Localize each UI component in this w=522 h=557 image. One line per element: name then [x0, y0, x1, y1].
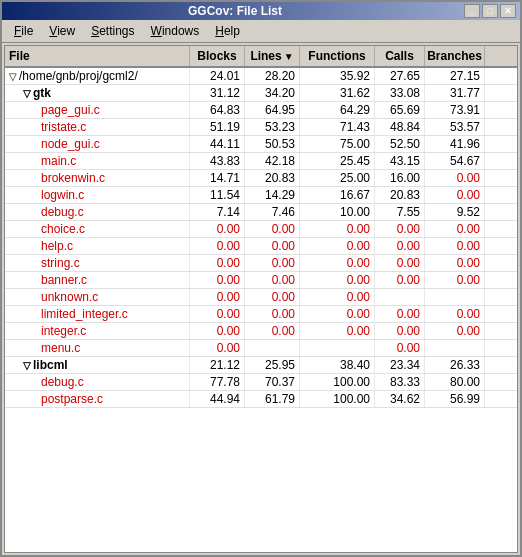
cell-lines: 53.23 — [245, 119, 300, 135]
table-row[interactable]: logwin.c11.5414.2916.6720.830.00 — [5, 187, 517, 204]
cell-functions: 0.00 — [300, 306, 375, 322]
cell-lines: 14.29 — [245, 187, 300, 203]
table-row[interactable]: main.c43.8342.1825.4543.1554.67 — [5, 153, 517, 170]
menu-file[interactable]: File — [6, 22, 41, 40]
cell-file: brokenwin.c — [5, 170, 190, 186]
cell-lines: 50.53 — [245, 136, 300, 152]
col-header-lines[interactable]: Lines ▼ — [245, 46, 300, 66]
cell-blocks: 0.00 — [190, 272, 245, 288]
window-controls: _ □ ✕ — [464, 4, 516, 18]
cell-branches: 27.15 — [425, 68, 485, 84]
title-bar: GGCov: File List _ □ ✕ — [2, 2, 520, 20]
cell-functions: 71.43 — [300, 119, 375, 135]
table-row[interactable]: unknown.c0.000.000.00 — [5, 289, 517, 306]
maximize-button[interactable]: □ — [482, 4, 498, 18]
table-body[interactable]: ▽/home/gnb/proj/gcml2/24.0128.2035.9227.… — [5, 68, 517, 552]
cell-blocks: 21.12 — [190, 357, 245, 373]
cell-functions: 0.00 — [300, 255, 375, 271]
window-title: GGCov: File List — [6, 4, 464, 18]
menu-settings[interactable]: Settings — [83, 22, 142, 40]
cell-branches: 53.57 — [425, 119, 485, 135]
table-row[interactable]: debug.c77.7870.37100.0083.3380.00 — [5, 374, 517, 391]
col-header-file[interactable]: File — [5, 46, 190, 66]
cell-blocks: 0.00 — [190, 221, 245, 237]
cell-blocks: 31.12 — [190, 85, 245, 101]
cell-calls — [375, 289, 425, 305]
cell-file: tristate.c — [5, 119, 190, 135]
cell-calls: 0.00 — [375, 255, 425, 271]
col-header-branches[interactable]: Branches — [425, 46, 485, 66]
cell-file: main.c — [5, 153, 190, 169]
table-row[interactable]: tristate.c51.1953.2371.4348.8453.57 — [5, 119, 517, 136]
cell-branches: 41.96 — [425, 136, 485, 152]
cell-lines: 70.37 — [245, 374, 300, 390]
cell-functions: 16.67 — [300, 187, 375, 203]
cell-functions: 25.45 — [300, 153, 375, 169]
cell-calls: 65.69 — [375, 102, 425, 118]
table-row[interactable]: brokenwin.c14.7120.8325.0016.000.00 — [5, 170, 517, 187]
col-header-blocks[interactable]: Blocks — [190, 46, 245, 66]
table-row[interactable]: ▽gtk31.1234.2031.6233.0831.77 — [5, 85, 517, 102]
cell-lines: 20.83 — [245, 170, 300, 186]
col-header-calls[interactable]: Calls — [375, 46, 425, 66]
cell-lines: 0.00 — [245, 238, 300, 254]
table-row[interactable]: string.c0.000.000.000.000.00 — [5, 255, 517, 272]
cell-branches: 31.77 — [425, 85, 485, 101]
cell-calls: 33.08 — [375, 85, 425, 101]
menu-view[interactable]: View — [41, 22, 83, 40]
menu-help[interactable]: Help — [207, 22, 248, 40]
cell-lines: 0.00 — [245, 221, 300, 237]
table-row[interactable]: integer.c0.000.000.000.000.00 — [5, 323, 517, 340]
close-button[interactable]: ✕ — [500, 4, 516, 18]
cell-file: menu.c — [5, 340, 190, 356]
cell-blocks: 64.83 — [190, 102, 245, 118]
cell-calls: 20.83 — [375, 187, 425, 203]
table-row[interactable]: debug.c7.147.4610.007.559.52 — [5, 204, 517, 221]
table-row[interactable]: banner.c0.000.000.000.000.00 — [5, 272, 517, 289]
cell-branches: 0.00 — [425, 255, 485, 271]
cell-branches: 26.33 — [425, 357, 485, 373]
cell-calls: 83.33 — [375, 374, 425, 390]
table-row[interactable]: limited_integer.c0.000.000.000.000.00 — [5, 306, 517, 323]
cell-branches: 73.91 — [425, 102, 485, 118]
table-row[interactable]: menu.c0.000.00 — [5, 340, 517, 357]
col-header-functions[interactable]: Functions — [300, 46, 375, 66]
cell-blocks: 24.01 — [190, 68, 245, 84]
cell-branches: 0.00 — [425, 272, 485, 288]
table-row[interactable]: ▽/home/gnb/proj/gcml2/24.0128.2035.9227.… — [5, 68, 517, 85]
cell-calls: 0.00 — [375, 272, 425, 288]
cell-file: integer.c — [5, 323, 190, 339]
cell-calls: 0.00 — [375, 323, 425, 339]
cell-branches: 54.67 — [425, 153, 485, 169]
cell-lines: 42.18 — [245, 153, 300, 169]
cell-calls: 7.55 — [375, 204, 425, 220]
cell-file: help.c — [5, 238, 190, 254]
cell-calls: 52.50 — [375, 136, 425, 152]
cell-lines: 0.00 — [245, 306, 300, 322]
cell-branches: 80.00 — [425, 374, 485, 390]
cell-file: debug.c — [5, 204, 190, 220]
table-row[interactable]: postparse.c44.9461.79100.0034.6256.99 — [5, 391, 517, 408]
menubar: File View Settings Windows Help — [2, 20, 520, 43]
minimize-button[interactable]: _ — [464, 4, 480, 18]
table-row[interactable]: node_gui.c44.1150.5375.0052.5041.96 — [5, 136, 517, 153]
cell-calls: 0.00 — [375, 340, 425, 356]
cell-blocks: 0.00 — [190, 323, 245, 339]
menu-windows[interactable]: Windows — [143, 22, 208, 40]
cell-functions: 0.00 — [300, 289, 375, 305]
table-row[interactable]: ▽libcml21.1225.9538.4023.3426.33 — [5, 357, 517, 374]
cell-functions: 35.92 — [300, 68, 375, 84]
expand-icon[interactable]: ▽ — [23, 88, 31, 99]
cell-lines: 0.00 — [245, 289, 300, 305]
expand-icon[interactable]: ▽ — [23, 360, 31, 371]
table-row[interactable]: help.c0.000.000.000.000.00 — [5, 238, 517, 255]
cell-file: page_gui.c — [5, 102, 190, 118]
cell-branches: 0.00 — [425, 221, 485, 237]
cell-branches — [425, 340, 485, 356]
cell-file: string.c — [5, 255, 190, 271]
table-row[interactable]: choice.c0.000.000.000.000.00 — [5, 221, 517, 238]
cell-file: ▽libcml — [5, 357, 190, 373]
expand-icon[interactable]: ▽ — [9, 71, 17, 82]
cell-file: node_gui.c — [5, 136, 190, 152]
table-row[interactable]: page_gui.c64.8364.9564.2965.6973.91 — [5, 102, 517, 119]
